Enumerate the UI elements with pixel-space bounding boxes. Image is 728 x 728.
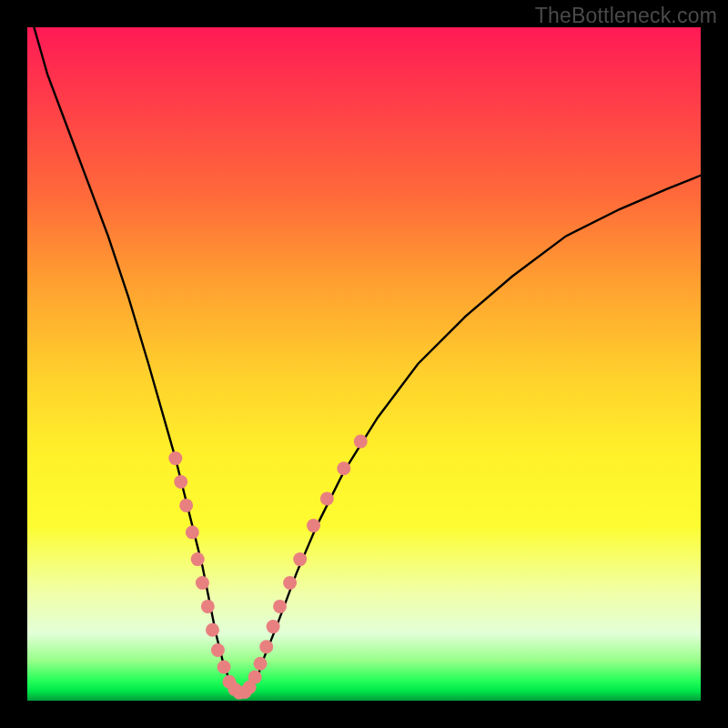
highlight-dot [201,600,215,613]
highlight-dot [307,519,320,532]
highlight-dots-group [168,435,367,700]
bottleneck-curve [34,27,701,694]
highlight-dot [337,461,350,475]
chart-svg-overlay [27,27,701,701]
highlight-dot [174,475,187,489]
highlight-dot [248,671,262,684]
highlight-dot [273,600,287,613]
watermark-label: TheBottleneck.com [535,4,717,28]
highlight-dot [196,576,209,590]
highlight-dot [283,576,297,590]
highlight-dot [186,526,199,540]
highlight-dot [320,492,334,506]
highlight-dot [259,640,273,653]
chart-container: TheBottleneck.com [0,0,728,728]
highlight-dot [211,643,225,657]
highlight-dot [168,451,182,465]
highlight-dot [354,435,368,449]
highlight-dot [267,620,280,633]
highlight-dot [191,552,205,566]
highlight-dot [206,623,219,637]
highlight-dot [217,661,231,674]
highlight-dot [293,552,307,566]
highlight-dot [179,499,193,512]
highlight-dot [254,657,268,671]
